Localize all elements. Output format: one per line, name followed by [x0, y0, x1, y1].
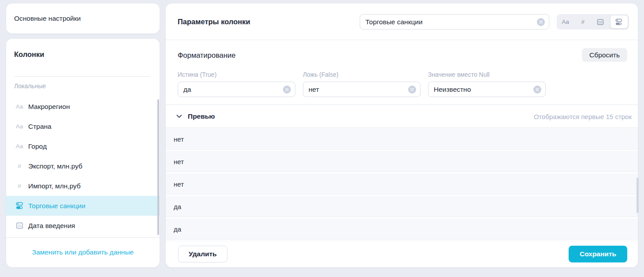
column-name-input[interactable]: [360, 15, 537, 29]
sidebar-item-macroregion[interactable]: Aa Макрорегион: [6, 97, 160, 116]
sidebar-item-date-introduced[interactable]: Дата введения: [6, 216, 160, 236]
preview-row: да: [166, 218, 638, 241]
column-label: Импорт, млн,руб: [28, 182, 81, 190]
preview-scrollbar[interactable]: [637, 178, 639, 213]
false-value-input[interactable]: [303, 82, 408, 97]
boolean-toggle-icon: [14, 202, 25, 210]
null-value-field: Значение вместо Null: [428, 71, 546, 97]
type-boolean-button[interactable]: [610, 15, 629, 29]
null-value-input[interactable]: [428, 82, 533, 97]
sidebar-item-export[interactable]: # Экспорт, млн.руб: [6, 156, 160, 176]
text-type-icon: Aa: [14, 103, 25, 110]
local-columns-group-label: Локальные: [14, 82, 46, 90]
app-window: Основные настройки Колонки Локальные Aa …: [0, 0, 644, 277]
calendar-icon: [597, 19, 604, 26]
save-button[interactable]: Сохранить: [569, 246, 627, 262]
preview-title: Превью: [188, 112, 215, 120]
field-label: Истина (True): [178, 71, 295, 78]
panel-footer: Удалить Сохранить: [166, 241, 638, 267]
column-type-switcher: Aa #: [557, 14, 629, 30]
delete-button[interactable]: Удалить: [178, 246, 227, 262]
chevron-down-icon[interactable]: [176, 114, 182, 118]
clear-icon[interactable]: [533, 86, 541, 94]
type-number-button[interactable]: #: [574, 14, 592, 30]
preview-row: нет: [166, 128, 638, 151]
preview-cell: нет: [174, 158, 184, 165]
text-type-icon: Aa: [14, 143, 25, 150]
preview-cell: да: [174, 203, 181, 210]
clear-icon[interactable]: [537, 18, 545, 26]
panel-header: Параметры колонки Aa #: [166, 4, 638, 40]
reset-button[interactable]: Сбросить: [582, 48, 627, 62]
true-value-field: Истина (True): [178, 71, 295, 97]
column-label: Экспорт, млн.руб: [28, 162, 82, 170]
clear-icon[interactable]: [408, 86, 416, 94]
column-label: Торговые санкции: [28, 202, 86, 210]
column-label: Страна: [28, 123, 52, 131]
panel-title: Параметры колонки: [178, 18, 250, 26]
text-type-icon: Aa: [14, 123, 25, 130]
type-text-button[interactable]: Aa: [557, 14, 574, 30]
formatting-title: Форматирование: [178, 51, 235, 60]
main-settings-label: Основные настройки: [14, 15, 81, 22]
column-name-field: [360, 14, 549, 30]
number-type-icon: #: [14, 163, 25, 169]
false-value-field: Ложь (False): [303, 71, 421, 97]
column-label: Дата введения: [28, 222, 75, 230]
preview-cell: нет: [174, 135, 184, 143]
number-type-icon: #: [581, 19, 584, 25]
preview-cell: нет: [174, 180, 184, 188]
preview-cell: да: [174, 225, 181, 233]
number-type-icon: #: [14, 183, 25, 189]
replace-or-add-data-link[interactable]: Заменить или добавить данные: [6, 237, 160, 267]
text-type-icon: Aa: [562, 19, 569, 25]
preview-header: Превью Отображаются первые 15 строк: [166, 105, 638, 128]
preview-row: нет: [166, 151, 638, 173]
boolean-toggle-icon: [615, 19, 622, 26]
clear-icon[interactable]: [283, 86, 291, 94]
field-label: Ложь (False): [303, 71, 421, 78]
preview-rows: нет нет нет да да: [166, 128, 638, 241]
preview-row: да: [166, 196, 638, 218]
sidebar-item-city[interactable]: Aa Город: [6, 136, 160, 156]
column-parameters-panel: Параметры колонки Aa #: [166, 4, 638, 267]
columns-list: Aa Макрорегион Aa Страна Aa Город # Эксп…: [6, 97, 160, 236]
sidebar-item-country[interactable]: Aa Страна: [6, 116, 160, 136]
column-label: Макрорегион: [28, 103, 70, 111]
sidebar-item-import[interactable]: # Импорт, млн,руб: [6, 176, 160, 196]
field-label: Значение вместо Null: [428, 71, 546, 78]
columns-title: Колонки: [14, 50, 44, 59]
sidebar-item-main-settings[interactable]: Основные настройки: [6, 4, 160, 34]
columns-panel: Колонки Локальные Aa Макрорегион Aa Стра…: [6, 39, 160, 267]
sidebar-item-trade-sanctions[interactable]: Торговые санкции: [6, 196, 160, 216]
preview-rows-info: Отображаются первые 15 строк: [534, 112, 632, 120]
divider: [14, 76, 150, 77]
true-value-input[interactable]: [178, 82, 283, 97]
sidebar-scrollbar[interactable]: [157, 99, 159, 235]
type-date-button[interactable]: [592, 14, 609, 30]
preview-row: нет: [166, 173, 638, 196]
column-label: Город: [28, 142, 47, 150]
calendar-icon: [14, 222, 25, 229]
